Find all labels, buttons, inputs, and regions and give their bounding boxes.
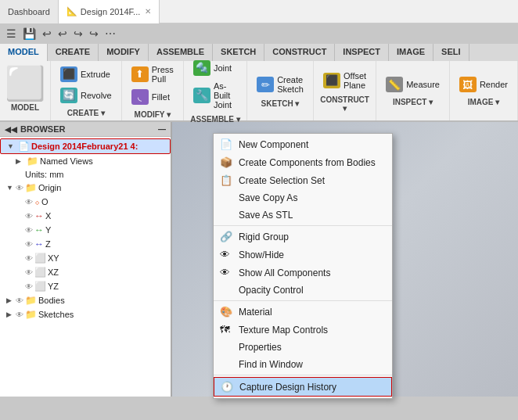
- eye-icon-z[interactable]: 👁: [25, 240, 33, 249]
- ctx-capture-history[interactable]: 🕐 Capture Design History: [214, 377, 392, 397]
- tree-item-origin[interactable]: ▼ 👁 📁 Origin: [0, 181, 171, 195]
- show-all-icon: 👁: [220, 267, 234, 278]
- construct-btn-offset[interactable]: ⬛ Offset Plane: [320, 70, 369, 92]
- context-menu: 📄 New Component 📦 Create Components from…: [213, 133, 393, 399]
- ctx-material[interactable]: 🎨 Material: [214, 303, 392, 321]
- tree-toggle-sketches[interactable]: ▶: [6, 311, 16, 318]
- ctx-show-all[interactable]: 👁 Show All Components: [214, 264, 392, 282]
- ctx-save-stl[interactable]: Save As STL: [214, 206, 392, 224]
- undo-icon[interactable]: ↩: [41, 26, 53, 41]
- browser-collapse-icon[interactable]: ◀◀: [5, 125, 17, 134]
- tree-toggle-named-views[interactable]: ▶: [16, 157, 25, 165]
- browser-header: ◀◀ BROWSER —: [0, 122, 171, 137]
- ribbon-tab-inspect[interactable]: INSPECT: [335, 44, 389, 61]
- create-btn-extrude[interactable]: ⬛ Extrude: [57, 65, 115, 84]
- fillet-label: Fillet: [152, 92, 170, 102]
- tab-dashboard[interactable]: Dashboard: [0, 0, 59, 23]
- eye-icon-xz[interactable]: 👁: [25, 268, 33, 277]
- model-group-icon[interactable]: ⬜: [5, 64, 45, 102]
- ctx-create-components[interactable]: 📦 Create Components from Bodies: [214, 153, 392, 171]
- tab-close-icon[interactable]: ✕: [145, 7, 151, 16]
- ctx-material-label: Material: [239, 307, 272, 318]
- ribbon-tab-modify[interactable]: MODIFY: [99, 44, 149, 61]
- eye-icon-x[interactable]: 👁: [25, 212, 33, 221]
- tree-item-xy[interactable]: 👁 ⬜ XY: [0, 251, 171, 265]
- ribbon-tab-image[interactable]: IMAGE: [389, 44, 433, 61]
- tree-plane-xz-icon: ⬜: [34, 267, 46, 278]
- eye-icon-o[interactable]: 👁: [25, 198, 33, 206]
- browser-tree: ▼ 📄 Design 2014February21 4: ▶ 📁 Named V…: [0, 137, 171, 397]
- save-icon[interactable]: 💾: [21, 26, 38, 41]
- redo-icon[interactable]: ↪: [72, 26, 85, 41]
- ctx-new-component[interactable]: 📄 New Component: [214, 135, 392, 153]
- ctx-opacity-label: Opacity Control: [239, 285, 304, 296]
- tree-item-x[interactable]: 👁 ↔ X: [0, 209, 171, 223]
- tree-label-xz: XZ: [48, 267, 59, 277]
- tree-item-o[interactable]: 👁 ⬦ O: [0, 195, 171, 209]
- redo2-icon[interactable]: ↪: [88, 26, 100, 41]
- ctx-opacity[interactable]: Opacity Control: [214, 282, 392, 299]
- ctx-separator-2: [214, 300, 392, 301]
- modify-btn-press-pull[interactable]: ⬆ Press Pull: [128, 63, 177, 85]
- ribbon-tab-model[interactable]: MODEL: [0, 44, 48, 61]
- tree-item-root[interactable]: ▼ 📄 Design 2014February21 4:: [0, 138, 171, 154]
- ribbon-tab-create[interactable]: CREATE: [48, 44, 99, 61]
- create-btn-revolve[interactable]: 🔄 Revolve: [57, 86, 115, 105]
- ribbon-group-inspect: 📏 Measure INSPECT ▾: [376, 61, 450, 120]
- ctx-properties[interactable]: Properties: [214, 339, 392, 356]
- eye-icon-xy[interactable]: 👁: [25, 254, 33, 263]
- extrude-label: Extrude: [81, 70, 110, 79]
- tree-toggle-origin[interactable]: ▼: [6, 184, 16, 192]
- title-bar: Dashboard 📐 Design 2014F... ✕: [0, 0, 518, 23]
- tree-item-z[interactable]: 👁 ↔ Z: [0, 237, 171, 251]
- ctx-save-stl-label: Save As STL: [239, 210, 293, 221]
- measure-icon: 📏: [386, 77, 403, 92]
- tree-item-named-views[interactable]: ▶ 📁 Named Views: [0, 154, 171, 168]
- ctx-save-copy-label: Save Copy As: [239, 192, 297, 203]
- undo2-icon[interactable]: ↩: [56, 26, 69, 41]
- image-btn-render[interactable]: 🖼 Render: [456, 75, 511, 94]
- more-icon[interactable]: ⋯: [103, 26, 117, 41]
- ribbon: MODEL CREATE MODIFY ASSEMBLE SKETCH CONS…: [0, 44, 518, 122]
- inspect-btn-measure[interactable]: 📏 Measure: [383, 75, 443, 94]
- tree-item-bodies[interactable]: ▶ 👁 📁 Bodies: [0, 293, 171, 307]
- ctx-texture-map[interactable]: 🗺 Texture Map Controls: [214, 321, 392, 339]
- as-built-icon: 🔧: [193, 88, 210, 103]
- ctx-save-copy[interactable]: Save Copy As: [214, 189, 392, 206]
- eye-icon-sketches[interactable]: 👁: [16, 311, 23, 319]
- tab-design[interactable]: 📐 Design 2014F... ✕: [59, 0, 160, 23]
- ctx-separator-1: [214, 225, 392, 226]
- tree-item-yz[interactable]: 👁 ⬜ YZ: [0, 279, 171, 293]
- ctx-show-hide[interactable]: 👁 Show/Hide: [214, 246, 392, 264]
- eye-icon-bodies[interactable]: 👁: [16, 296, 23, 305]
- eye-icon-yz[interactable]: 👁: [25, 282, 33, 291]
- assemble-btn-joint[interactable]: 🔩 Joint: [190, 59, 240, 77]
- sketch-btn-create[interactable]: ✏ Create Sketch: [254, 74, 307, 95]
- tree-item-y[interactable]: 👁 ↔ Y: [0, 223, 171, 237]
- tree-toggle-root[interactable]: ▼: [7, 142, 16, 150]
- modify-btn-fillet[interactable]: ◟ Fillet: [128, 88, 177, 106]
- ctx-create-selection[interactable]: 📋 Create Selection Set: [214, 171, 392, 189]
- ctx-rigid-group[interactable]: 🔗 Rigid Group: [214, 228, 392, 246]
- ctx-find-window[interactable]: Find in Window: [214, 356, 392, 373]
- tree-item-sketches[interactable]: ▶ 👁 📁 Sketches: [0, 307, 171, 321]
- ribbon-group-assemble: 🔩 Joint 🔧 As-Built Joint ASSEMBLE ▾: [184, 61, 247, 120]
- tree-label-o: O: [41, 197, 49, 206]
- menu-icon[interactable]: ☰: [5, 26, 18, 41]
- tree-label-bodies: Bodies: [38, 296, 65, 305]
- eye-icon-y[interactable]: 👁: [25, 226, 33, 235]
- inspect-group-label: INSPECT ▾: [383, 98, 443, 106]
- as-built-label: As-Built Joint: [214, 81, 237, 109]
- sketch-group-label: SKETCH ▾: [254, 99, 307, 108]
- tree-axis-x-icon: ↔: [34, 210, 44, 221]
- browser-header-label: BROWSER: [20, 124, 65, 134]
- ribbon-tab-seli[interactable]: SELI: [433, 44, 469, 61]
- tree-item-units[interactable]: Units: mm: [0, 168, 171, 181]
- tree-item-xz[interactable]: 👁 ⬜ XZ: [0, 265, 171, 279]
- browser-expand-icon[interactable]: —: [158, 125, 166, 134]
- ctx-create-components-label: Create Components from Bodies: [239, 157, 376, 168]
- tree-toggle-bodies[interactable]: ▶: [6, 296, 16, 304]
- assemble-btn-as-built[interactable]: 🔧 As-Built Joint: [190, 80, 240, 111]
- eye-icon-origin[interactable]: 👁: [16, 184, 23, 192]
- ribbon-tab-construct[interactable]: CONSTRUCT: [264, 44, 335, 61]
